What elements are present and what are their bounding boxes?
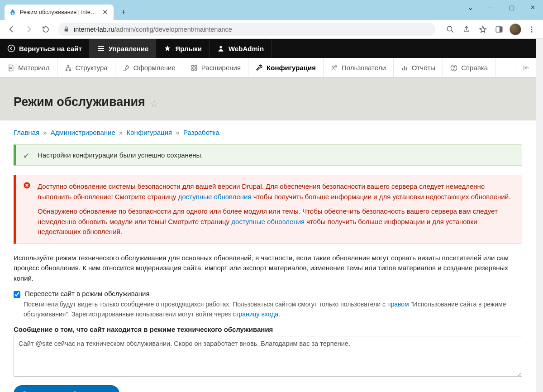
svg-point-5	[531, 31, 533, 32]
svg-rect-14	[404, 66, 405, 70]
checkbox-help-text: Посетители будут видеть только сообщение…	[24, 300, 522, 319]
profile-avatar[interactable]	[508, 22, 523, 37]
maintenance-checkbox[interactable]	[14, 291, 20, 298]
favorite-star-icon[interactable]: ☆	[150, 98, 159, 110]
vertical-scrollbar[interactable]	[536, 39, 543, 392]
browser-titlebar: Режим обслуживания | internet ✕ + ⌄ ― ▢ …	[0, 0, 543, 20]
breadcrumb-home[interactable]: Главная	[14, 129, 39, 136]
page-header: Режим обслуживания ☆	[0, 78, 536, 120]
shortcuts-button[interactable]: Ярлыки	[156, 39, 210, 58]
bookmark-star-icon[interactable]	[475, 22, 491, 37]
svg-point-0	[447, 26, 452, 31]
page-title: Режим обслуживания	[14, 95, 145, 109]
brush-icon	[123, 64, 130, 72]
url-text: internet-lab.ru/admin/config/development…	[74, 26, 232, 33]
breadcrumb-admin[interactable]: Администрирование	[51, 129, 115, 136]
manage-label: Управление	[109, 45, 149, 53]
puzzle-icon	[191, 64, 198, 72]
collapse-icon	[522, 64, 530, 72]
document-icon	[7, 64, 14, 72]
user-label: WebAdmin	[229, 45, 264, 53]
menu-appearance[interactable]: Оформление	[115, 58, 183, 77]
zoom-icon[interactable]	[443, 22, 458, 37]
breadcrumb-dev[interactable]: Разработка	[183, 129, 219, 136]
save-config-button[interactable]: Сохранить конфигурацию	[14, 385, 119, 392]
svg-point-3	[531, 26, 533, 28]
maintenance-checkbox-wrap: Перевести сайт в режим обслуживания	[14, 290, 522, 298]
forward-button[interactable]	[21, 22, 36, 37]
browser-tab[interactable]: Режим обслуживания | internet ✕	[5, 5, 114, 20]
star-icon	[163, 45, 171, 52]
user-menu-button[interactable]: WebAdmin	[210, 39, 272, 58]
success-message: ✔ Настройки конфигурации были успешно со…	[14, 144, 522, 166]
close-button[interactable]: ✕	[522, 0, 543, 14]
message-field-label: Сообщение о том, что сайт находится в ре…	[14, 325, 522, 333]
menu-content[interactable]: Материал	[0, 58, 57, 77]
shortcuts-label: Ярлыки	[175, 45, 202, 53]
collapse-menu-button[interactable]	[516, 58, 536, 77]
breadcrumb-config[interactable]: Конфигурация	[127, 129, 172, 136]
menu-structure[interactable]: Структура	[57, 58, 115, 77]
menu-config[interactable]: Конфигурация	[248, 58, 324, 77]
drupal-toolbar: Вернуться на сайт Управление Ярлыки WebA…	[0, 39, 536, 58]
check-icon: ✔	[23, 151, 29, 161]
manage-button[interactable]: Управление	[90, 39, 157, 58]
menu-help[interactable]: Справка	[443, 58, 495, 77]
drupal-favicon	[9, 9, 16, 16]
error-icon	[23, 182, 31, 189]
login-page-link[interactable]: страницу входа	[233, 311, 278, 318]
back-to-site-label: Вернуться на сайт	[19, 45, 82, 53]
menu-people[interactable]: Пользователи	[324, 58, 394, 77]
lock-icon	[63, 26, 69, 32]
admin-menu: Материал Структура Оформление Расширения…	[0, 58, 536, 78]
tab-title: Режим обслуживания | internet	[20, 9, 97, 15]
kebab-menu-icon[interactable]	[524, 22, 539, 37]
share-icon[interactable]	[459, 22, 474, 37]
wrench-icon	[256, 64, 263, 72]
svg-point-6	[8, 45, 15, 52]
breadcrumb: Главная » Администрирование » Конфигурац…	[14, 129, 522, 136]
back-to-site-button[interactable]: Вернуться на сайт	[0, 39, 90, 58]
hierarchy-icon	[65, 64, 72, 72]
maximize-button[interactable]: ▢	[501, 0, 522, 14]
svg-rect-8	[67, 65, 69, 66]
hamburger-icon	[97, 44, 105, 53]
updates-link-1[interactable]: доступные обновления	[178, 193, 252, 201]
svg-rect-10	[69, 69, 71, 71]
form-description: Используйте режим технического обслужива…	[14, 253, 522, 284]
menu-reports[interactable]: Отчёты	[394, 58, 443, 77]
chart-icon	[401, 64, 408, 72]
maintenance-checkbox-label[interactable]: Перевести сайт в режим обслуживания	[25, 290, 150, 297]
svg-point-11	[333, 66, 334, 67]
svg-point-7	[219, 46, 222, 48]
minimize-button[interactable]: ―	[481, 0, 501, 14]
svg-rect-2	[500, 27, 502, 32]
back-button[interactable]	[4, 22, 19, 37]
arrow-left-circle-icon	[7, 44, 15, 53]
chevron-down-icon[interactable]: ⌄	[460, 0, 481, 14]
tab-close-icon[interactable]: ✕	[100, 8, 110, 16]
svg-rect-15	[405, 67, 406, 70]
browser-address-bar: internet-lab.ru/admin/config/development…	[0, 20, 543, 39]
svg-point-12	[335, 66, 337, 67]
svg-point-17	[453, 69, 454, 70]
permission-link[interactable]: правом	[387, 301, 409, 308]
svg-point-4	[531, 29, 533, 30]
menu-extend[interactable]: Расширения	[183, 58, 248, 77]
updates-link-2[interactable]: доступные обновления	[231, 218, 305, 225]
maintenance-message-textarea[interactable]	[14, 336, 522, 377]
svg-rect-9	[66, 69, 67, 71]
people-icon	[331, 64, 338, 72]
user-icon	[217, 45, 225, 52]
side-panel-icon[interactable]	[491, 22, 507, 37]
window-controls: ⌄ ― ▢ ✕	[460, 0, 543, 14]
new-tab-button[interactable]: +	[117, 6, 130, 19]
error-message: Доступно обновление системы безопасности…	[14, 175, 522, 244]
svg-rect-13	[402, 68, 403, 70]
reload-button[interactable]	[38, 22, 53, 37]
url-box[interactable]: internet-lab.ru/admin/config/development…	[58, 23, 435, 36]
help-icon	[450, 64, 457, 72]
